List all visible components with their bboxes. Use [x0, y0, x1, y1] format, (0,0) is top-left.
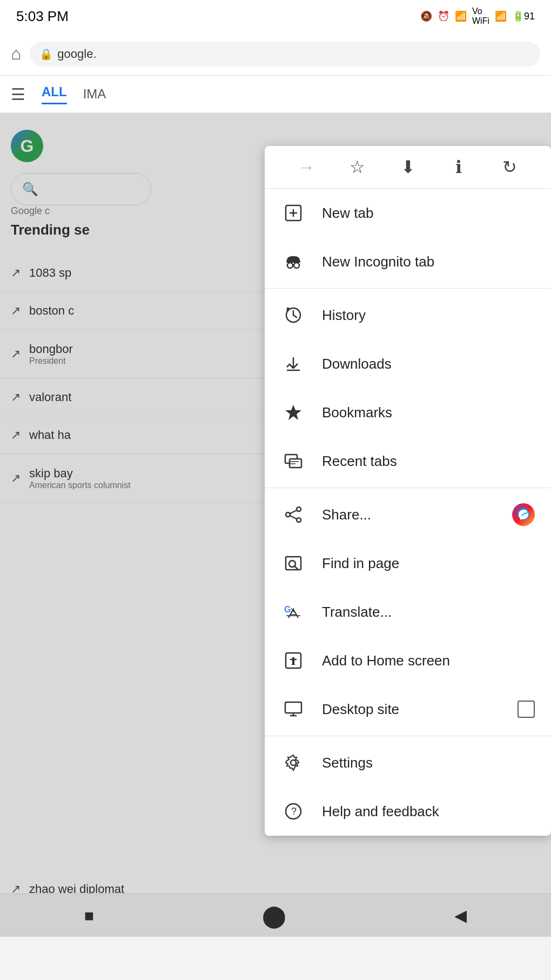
svg-marker-11	[285, 405, 301, 420]
wifi-icon: VoWiFi	[472, 6, 489, 26]
address-bar: ⌂ 🔒 google.	[0, 32, 551, 76]
signal-icon: 📶	[455, 10, 467, 22]
desktop-site-label: Desktop site	[322, 701, 501, 718]
share-icon	[281, 502, 306, 527]
svg-rect-31	[292, 657, 294, 665]
settings-item[interactable]: Settings	[265, 738, 551, 787]
svg-rect-22	[286, 557, 301, 570]
incognito-icon	[281, 249, 306, 274]
new-tab-icon	[281, 201, 306, 225]
bookmarks-star-icon	[281, 400, 306, 425]
share-label: Share...	[322, 506, 496, 523]
url-container[interactable]: 🔒 google.	[30, 42, 540, 66]
recent-tabs-icon	[281, 449, 306, 474]
dropdown-menu: → ☆ ⬇ ℹ ↻ New tab	[265, 146, 551, 836]
url-text: google.	[57, 47, 96, 61]
svg-line-10	[287, 365, 289, 367]
settings-icon	[281, 750, 306, 775]
downloads-item[interactable]: Downloads	[265, 339, 551, 388]
forward-icon[interactable]: →	[290, 157, 322, 177]
download-icon[interactable]: ⬇	[392, 157, 424, 177]
desktop-site-checkbox[interactable]	[518, 701, 535, 718]
svg-point-5	[294, 263, 299, 268]
messenger-badge	[512, 503, 535, 526]
desktop-icon	[281, 697, 306, 722]
refresh-icon[interactable]: ↻	[493, 157, 526, 177]
tab-ima[interactable]: IMA	[83, 86, 106, 102]
wifi-signal-icon: 📶	[495, 10, 507, 22]
help-feedback-label: Help and feedback	[322, 803, 535, 820]
add-to-home-item[interactable]: Add to Home screen	[265, 636, 551, 685]
svg-line-20	[290, 516, 297, 519]
svg-rect-33	[285, 702, 301, 713]
bookmarks-item[interactable]: Bookmarks	[265, 388, 551, 437]
status-time: 5:03 PM	[16, 8, 69, 25]
main-content: G 🔍 Google c Trending se ↗ 1083 sp ↗ bos…	[0, 114, 551, 937]
mute-icon: 🔕	[420, 10, 432, 22]
battery-icon: 🔋91	[512, 10, 535, 22]
downloads-label: Downloads	[322, 356, 535, 372]
share-item[interactable]: Share...	[265, 490, 551, 539]
svg-text:?: ?	[291, 806, 297, 817]
status-icons: 🔕 ⏰ 📶 VoWiFi 📶 🔋91	[420, 6, 535, 26]
svg-point-16	[297, 507, 301, 511]
divider-1	[265, 288, 551, 289]
tab-all[interactable]: ALL	[42, 84, 67, 104]
svg-line-19	[290, 510, 297, 514]
recent-tabs-label: Recent tabs	[322, 453, 535, 470]
find-in-page-label: Find in page	[322, 555, 535, 572]
menu-toolbar: → ☆ ⬇ ℹ ↻	[265, 146, 551, 189]
settings-label: Settings	[322, 755, 535, 771]
svg-line-24	[294, 566, 298, 569]
downloads-icon	[281, 351, 306, 376]
add-home-icon	[281, 648, 306, 673]
home-button[interactable]: ⌂	[11, 44, 21, 64]
divider-2	[265, 488, 551, 488]
alarm-icon: ⏰	[438, 10, 449, 22]
find-in-page-item[interactable]: Find in page	[265, 539, 551, 588]
bookmark-star-icon[interactable]: ☆	[341, 157, 373, 177]
info-icon[interactable]: ℹ	[442, 157, 475, 177]
translate-icon: G x	[281, 599, 306, 624]
bookmarks-label: Bookmarks	[322, 404, 535, 421]
new-tab-item[interactable]: New tab	[265, 189, 551, 237]
divider-3	[265, 736, 551, 736]
new-incognito-tab-label: New Incognito tab	[322, 254, 535, 270]
help-icon: ?	[281, 799, 306, 824]
svg-point-4	[287, 263, 293, 268]
tab-bar: ☰ ALL IMA	[0, 76, 551, 114]
svg-rect-3	[286, 261, 300, 263]
new-tab-label: New tab	[322, 205, 535, 222]
status-bar: 5:03 PM 🔕 ⏰ 📶 VoWiFi 📶 🔋91	[0, 0, 551, 32]
svg-rect-13	[290, 459, 301, 468]
svg-point-36	[291, 760, 296, 765]
hamburger-icon[interactable]: ☰	[11, 85, 25, 104]
history-item[interactable]: History	[265, 291, 551, 339]
history-icon	[281, 303, 306, 328]
desktop-site-item[interactable]: Desktop site	[265, 685, 551, 734]
new-incognito-tab-item[interactable]: New Incognito tab	[265, 237, 551, 286]
svg-point-17	[286, 512, 290, 517]
recent-tabs-item[interactable]: Recent tabs	[265, 437, 551, 485]
svg-text:G: G	[284, 605, 291, 614]
translate-item[interactable]: G x Translate...	[265, 588, 551, 636]
history-label: History	[322, 307, 535, 324]
find-icon	[281, 551, 306, 576]
help-feedback-item[interactable]: ? Help and feedback	[265, 787, 551, 836]
translate-label: Translate...	[322, 604, 535, 621]
svg-point-18	[297, 518, 301, 522]
add-to-home-label: Add to Home screen	[322, 652, 535, 669]
lock-icon: 🔒	[39, 48, 53, 61]
